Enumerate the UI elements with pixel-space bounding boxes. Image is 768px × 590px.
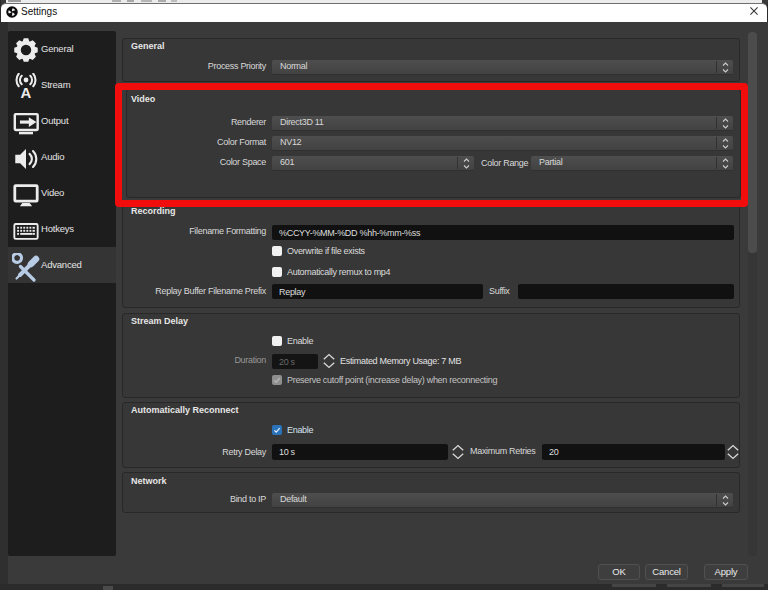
svg-text:A: A <box>21 84 32 101</box>
